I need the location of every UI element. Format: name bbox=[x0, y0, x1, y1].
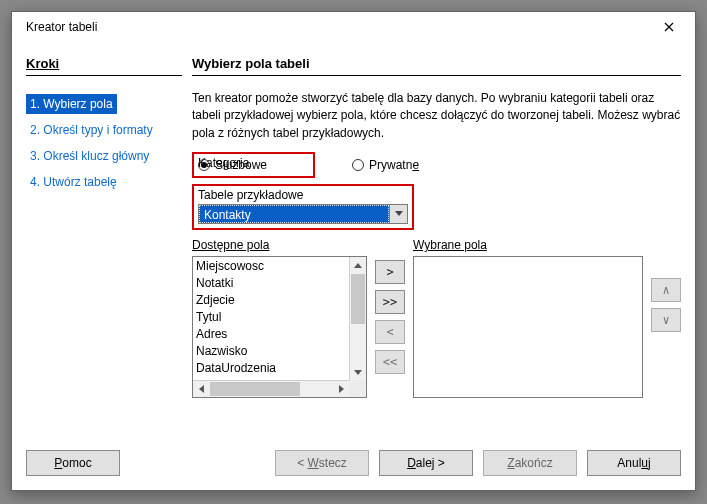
sample-tables-group: Tabele przykładowe Kontakty bbox=[192, 184, 414, 230]
selected-column: Wybrane pola bbox=[413, 238, 643, 398]
steps-sidebar: Kroki 1. Wybierz pola 2. Określ typy i f… bbox=[26, 42, 182, 436]
list-item[interactable]: Zdjecie bbox=[196, 292, 363, 309]
remove-all-button: << bbox=[375, 350, 405, 374]
sample-tables-dropdown[interactable]: Kontakty bbox=[198, 204, 408, 224]
scroll-right-button[interactable] bbox=[332, 381, 349, 397]
step-2[interactable]: 2. Określ typy i formaty bbox=[26, 120, 157, 140]
selected-listbox[interactable] bbox=[413, 256, 643, 398]
radio-business[interactable]: Służbowe bbox=[198, 158, 267, 172]
list-item[interactable]: Nazwisko bbox=[196, 343, 363, 360]
list-item[interactable]: Notatki bbox=[196, 275, 363, 292]
description-text: Ten kreator pomoże stworzyć tabelę dla b… bbox=[192, 90, 681, 142]
transfer-buttons: > >> < << bbox=[375, 238, 405, 374]
scroll-up-button[interactable] bbox=[350, 257, 366, 274]
wizard-window: Kreator tabeli Kroki 1. Wybierz pola 2. … bbox=[11, 11, 696, 491]
move-up-button: ∧ bbox=[651, 278, 681, 302]
available-label: Dostępne pola bbox=[192, 238, 367, 252]
window-title: Kreator tabeli bbox=[26, 20, 649, 34]
list-item[interactable]: Miejscowosc bbox=[196, 258, 363, 275]
add-button[interactable]: > bbox=[375, 260, 405, 284]
cancel-button[interactable]: Anuluj bbox=[587, 450, 681, 476]
list-item[interactable]: Tytul bbox=[196, 309, 363, 326]
next-button[interactable]: Dalej > bbox=[379, 450, 473, 476]
order-buttons: ∧ ∨ bbox=[651, 238, 681, 332]
radio-private-label: Prywatne bbox=[369, 158, 419, 172]
step-1[interactable]: 1. Wybierz pola bbox=[26, 94, 117, 114]
scroll-hthumb[interactable] bbox=[210, 382, 300, 396]
available-listbox[interactable]: Miejscowosc Notatki Zdjecie Tytul Adres … bbox=[192, 256, 367, 398]
add-all-button[interactable]: >> bbox=[375, 290, 405, 314]
content-area: Kroki 1. Wybierz pola 2. Określ typy i f… bbox=[12, 42, 695, 436]
category-radios: Służbowe Prywatne bbox=[192, 158, 681, 172]
scroll-left-button[interactable] bbox=[193, 381, 210, 397]
dropdown-button[interactable] bbox=[389, 205, 407, 223]
move-down-button: ∨ bbox=[651, 308, 681, 332]
selected-label: Wybrane pola bbox=[413, 238, 643, 252]
finish-button: Zakończ bbox=[483, 450, 577, 476]
titlebar: Kreator tabeli bbox=[12, 12, 695, 42]
scroll-corner bbox=[349, 380, 366, 397]
radio-icon bbox=[352, 159, 364, 171]
page-title: Wybierz pola tabeli bbox=[192, 56, 681, 76]
radio-icon bbox=[198, 159, 210, 171]
list-item[interactable]: DataUrodzenia bbox=[196, 360, 363, 377]
scroll-down-button[interactable] bbox=[350, 363, 366, 380]
dropdown-value: Kontakty bbox=[199, 205, 389, 223]
step-3[interactable]: 3. Określ klucz główny bbox=[26, 146, 153, 166]
available-column: Dostępne pola Miejscowosc Notatki Zdjeci… bbox=[192, 238, 367, 398]
list-item[interactable]: Adres bbox=[196, 326, 363, 343]
radio-business-label: Służbowe bbox=[215, 158, 267, 172]
step-4[interactable]: 4. Utwórz tabelę bbox=[26, 172, 121, 192]
chevron-down-icon bbox=[395, 211, 403, 217]
scrollbar-vertical[interactable] bbox=[349, 257, 366, 380]
scroll-thumb[interactable] bbox=[351, 274, 365, 324]
wizard-footer: Pomoc < Wstecz Dalej > Zakończ Anuluj bbox=[12, 436, 695, 490]
close-icon bbox=[664, 22, 674, 32]
remove-button: < bbox=[375, 320, 405, 344]
back-button: < Wstecz bbox=[275, 450, 369, 476]
main-panel: Wybierz pola tabeli Ten kreator pomoże s… bbox=[192, 42, 681, 436]
help-button[interactable]: Pomoc bbox=[26, 450, 120, 476]
steps-heading: Kroki bbox=[26, 56, 182, 76]
scrollbar-horizontal[interactable] bbox=[193, 380, 366, 397]
radio-private[interactable]: Prywatne bbox=[352, 158, 419, 172]
fields-row: Dostępne pola Miejscowosc Notatki Zdjeci… bbox=[192, 238, 681, 398]
sample-tables-label: Tabele przykładowe bbox=[198, 188, 408, 202]
close-button[interactable] bbox=[649, 15, 689, 39]
